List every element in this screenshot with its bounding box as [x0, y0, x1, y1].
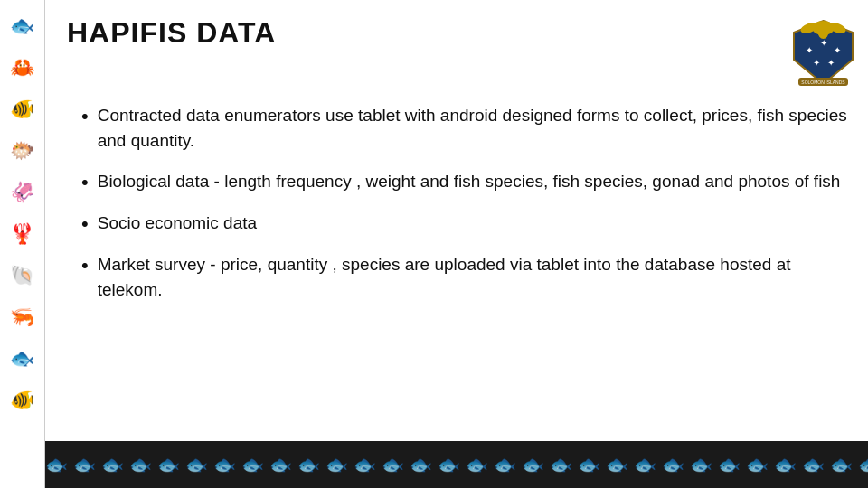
banner-fish-22: 🐟	[634, 454, 656, 475]
svg-text:✦: ✦	[827, 58, 835, 68]
banner-fish-20: 🐟	[578, 454, 600, 475]
banner-fish-3: 🐟	[101, 454, 124, 475]
banner-fish-6: 🐟	[185, 454, 208, 475]
svg-text:✦: ✦	[819, 38, 826, 48]
sidebar: 🐟 🦀 🐠 🐡 🦑 🦞 🐚 🦐 🐟 🐠	[0, 0, 45, 488]
banner-fish-14: 🐟	[410, 454, 432, 475]
banner-fish-9: 🐟	[269, 454, 292, 475]
bullet-dot-4: •	[81, 254, 89, 277]
sidebar-icon-4: 🐡	[5, 134, 40, 168]
svg-point-4	[817, 24, 828, 39]
banner-fish-15: 🐟	[438, 454, 460, 475]
bullet-dot-2: •	[81, 171, 89, 194]
banner-fish-2: 🐟	[73, 454, 96, 475]
sidebar-icon-6: 🦞	[5, 217, 40, 251]
content-area: • Contracted data enumerators use tablet…	[45, 96, 868, 441]
svg-text:✦: ✦	[834, 45, 841, 55]
banner-fish-13: 🐟	[382, 454, 404, 475]
sidebar-icon-2: 🦀	[5, 51, 40, 85]
banner-fish-28: 🐟	[802, 454, 825, 475]
bullet-dot-1: •	[81, 105, 89, 128]
banner-fish-1: 🐟	[45, 454, 68, 475]
bullet-item-4: • Market survey - price, quantity , spec…	[81, 252, 852, 302]
svg-text:✦: ✦	[806, 45, 813, 55]
bottom-fish-banner: 🐟 🐟 🐟 🐟 🐟 🐟 🐟 🐟 🐟 🐟 🐟 🐟 🐟 🐟 🐟 🐟 🐟 🐟 🐟 🐟 …	[45, 441, 868, 488]
banner-fish-5: 🐟	[157, 454, 180, 475]
banner-fish-23: 🐟	[662, 454, 684, 475]
bullet-item-2: • Biological data - length frequency , w…	[81, 169, 852, 194]
banner-fish-29: 🐟	[830, 454, 853, 475]
sidebar-icon-10: 🐠	[5, 383, 40, 418]
top-area: HAPIFIS DATA ✦ ✦ ✦ ✦ ✦ SOL	[45, 0, 868, 96]
banner-fish-25: 🐟	[718, 454, 741, 475]
logo-area: ✦ ✦ ✦ ✦ ✦ SOLOMON ISLANDS	[787, 16, 859, 89]
svg-text:✦: ✦	[813, 58, 820, 68]
banner-fish-11: 🐟	[326, 454, 348, 475]
bullet-item-1: • Contracted data enumerators use tablet…	[81, 103, 852, 153]
bullet-text-3: Socio economic data	[98, 211, 257, 236]
banner-fish-27: 🐟	[774, 454, 797, 475]
bullet-text-4: Market survey - price, quantity , specie…	[98, 252, 852, 302]
banner-fish-10: 🐟	[297, 454, 320, 475]
sidebar-icon-8: 🦐	[5, 300, 40, 334]
banner-fish-26: 🐟	[746, 454, 769, 475]
page-title: HAPIFIS DATA	[67, 16, 276, 50]
sidebar-icon-3: 🐠	[5, 92, 40, 127]
banner-fish-16: 🐟	[466, 454, 488, 475]
svg-text:SOLOMON ISLANDS: SOLOMON ISLANDS	[801, 80, 845, 85]
banner-fish-18: 🐟	[522, 454, 544, 475]
sidebar-icon-9: 🐟	[5, 342, 40, 376]
banner-fish-8: 🐟	[241, 454, 264, 475]
bullet-text-2: Biological data - length frequency , wei…	[98, 169, 841, 194]
banner-fish-24: 🐟	[690, 454, 712, 475]
banner-fish-17: 🐟	[494, 454, 516, 475]
banner-fish-21: 🐟	[606, 454, 628, 475]
sidebar-icon-7: 🐚	[5, 258, 40, 293]
banner-fish-19: 🐟	[550, 454, 572, 475]
banner-fish-7: 🐟	[213, 454, 236, 475]
sidebar-icon-5: 🦑	[5, 175, 40, 210]
bullet-dot-3: •	[81, 212, 89, 236]
bullet-item-3: • Socio economic data	[81, 211, 852, 236]
banner-fish-30: 🐟	[858, 454, 868, 475]
sidebar-icon-1: 🐟	[5, 9, 40, 43]
banner-fish-12: 🐟	[354, 454, 376, 475]
fish-row: 🐟 🐟 🐟 🐟 🐟 🐟 🐟 🐟 🐟 🐟 🐟 🐟 🐟 🐟 🐟 🐟 🐟 🐟 🐟 🐟 …	[45, 454, 868, 475]
bullet-text-1: Contracted data enumerators use tablet w…	[98, 103, 852, 153]
coat-of-arms-icon: ✦ ✦ ✦ ✦ ✦ SOLOMON ISLANDS	[789, 19, 857, 87]
main-content: HAPIFIS DATA ✦ ✦ ✦ ✦ ✦ SOL	[45, 0, 868, 488]
banner-fish-4: 🐟	[129, 454, 152, 475]
